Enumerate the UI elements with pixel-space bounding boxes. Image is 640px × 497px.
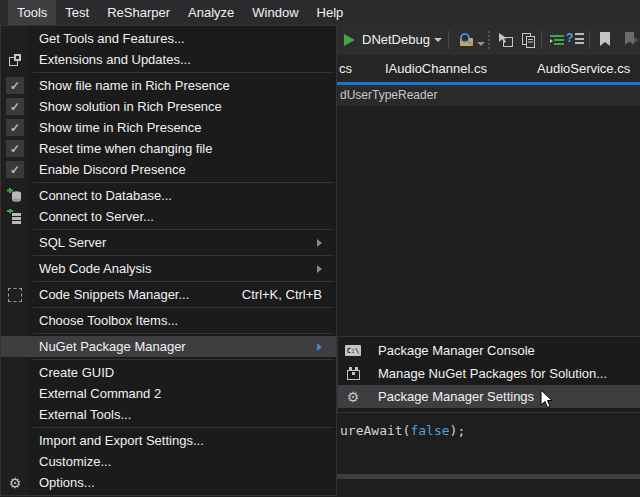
editor-divider [337, 474, 640, 479]
menu-item-show-file-name[interactable]: ✓ Show file name in Rich Presence [1, 75, 336, 96]
run-icon[interactable] [344, 34, 355, 46]
menu-window[interactable]: Window [243, 0, 307, 25]
menu-item-label: External Command 2 [39, 386, 161, 401]
menu-item-label: Show solution in Rich Presence [39, 99, 222, 114]
menu-item-reset-time[interactable]: ✓ Reset time when changing file [1, 138, 336, 159]
menu-item-sql-server[interactable]: SQL Server [1, 232, 336, 253]
question-glyph: ? [566, 32, 573, 44]
submenu-item-package-manager-settings[interactable]: ⚙ Package Manager Settings [338, 385, 640, 408]
submenu-item-manage-nuget-packages[interactable]: Manage NuGet Packages for Solution... [338, 362, 640, 385]
menu-item-label: Package Manager Console [378, 343, 535, 358]
bookmark-next-icon[interactable] [624, 31, 640, 50]
menu-test[interactable]: Test [56, 0, 98, 25]
menu-item-label: Customize... [39, 454, 111, 469]
code-text: ); [450, 423, 466, 438]
menu-item-label: Show file name in Rich Presence [39, 78, 230, 93]
tab-partial[interactable]: cs [339, 55, 352, 82]
menu-resharper[interactable]: ReSharper [98, 0, 179, 25]
menu-analyze[interactable]: Analyze [179, 0, 243, 25]
menu-item-label: Code Snippets Manager... [39, 287, 189, 302]
nuget-submenu: C:\ Package Manager Console Manage NuGet… [337, 336, 640, 413]
code-keyword: false [410, 423, 449, 438]
indent-lines-icon[interactable] [549, 32, 566, 51]
chevron-down-icon[interactable] [477, 42, 485, 46]
console-icon: C:\ [344, 342, 362, 359]
menu-item-extensions-and-updates[interactable]: Extensions and Updates... [1, 49, 336, 70]
menu-tools[interactable]: Tools [8, 0, 56, 25]
menu-item-label: Get Tools and Features... [39, 31, 185, 46]
submenu-arrow-icon [317, 239, 322, 247]
menu-item-create-guid[interactable]: Create GUID [1, 362, 336, 383]
menu-separator [33, 359, 334, 360]
menu-item-label: Extensions and Updates... [39, 52, 191, 67]
menu-item-label: Choose Toolbox Items... [39, 313, 178, 328]
bookmark-icon[interactable] [599, 31, 611, 50]
menu-item-label: Web Code Analysis [39, 261, 152, 276]
find-in-files-icon[interactable] [458, 32, 475, 51]
toolbar-separator [541, 31, 542, 49]
menu-help[interactable]: Help [308, 0, 353, 25]
menu-item-label: Manage NuGet Packages for Solution... [378, 366, 607, 381]
code-text: ureAwait( [340, 423, 410, 438]
server-icon [6, 208, 24, 225]
menu-separator [33, 255, 334, 256]
checkmark-icon: ✓ [6, 119, 24, 136]
mouse-cursor [540, 389, 554, 412]
package-icon [344, 365, 362, 382]
menu-item-label: External Tools... [39, 407, 131, 422]
database-icon [6, 187, 24, 204]
menu-item-enable-discord-presence[interactable]: ✓ Enable Discord Presence [1, 159, 336, 180]
menu-separator [33, 427, 334, 428]
code-line: ureAwait(false); [340, 423, 465, 438]
tools-dropdown-menu: Get Tools and Features... Extensions and… [0, 25, 337, 496]
menu-item-connect-to-database[interactable]: Connect to Database... [1, 185, 336, 206]
menu-item-web-code-analysis[interactable]: Web Code Analysis [1, 258, 336, 279]
copy-lines-icon[interactable] [520, 32, 536, 51]
menu-item-label: Show time in Rich Presence [39, 120, 202, 135]
menu-item-label: Package Manager Settings [378, 389, 534, 404]
chevron-down-icon[interactable] [434, 38, 442, 42]
tab-iaudiochannel[interactable]: IAudioChannel.cs [385, 55, 487, 82]
submenu-arrow-icon [317, 343, 322, 351]
menu-item-show-time[interactable]: ✓ Show time in Rich Presence [1, 117, 336, 138]
menu-item-shortcut: Ctrl+K, Ctrl+B [242, 287, 322, 302]
code-snippets-icon [6, 286, 24, 303]
menu-separator [33, 182, 334, 183]
menu-item-label: Enable Discord Presence [39, 162, 186, 177]
checkmark-icon: ✓ [6, 161, 24, 178]
run-configuration[interactable]: DNetDebug [362, 25, 430, 55]
menu-item-label: SQL Server [39, 235, 106, 250]
visual-studio-window: context, string input, ureAwait(false); … [0, 0, 640, 497]
menu-separator [33, 281, 334, 282]
checkmark-icon: ✓ [6, 98, 24, 115]
menu-item-show-solution[interactable]: ✓ Show solution in Rich Presence [1, 96, 336, 117]
menu-item-label: Connect to Database... [39, 188, 172, 203]
gear-icon: ⚙ [6, 474, 24, 491]
menu-item-label: Import and Export Settings... [39, 433, 204, 448]
menu-item-connect-to-server[interactable]: Connect to Server... [1, 206, 336, 227]
menu-item-external-command-2[interactable]: External Command 2 [1, 383, 336, 404]
toolbar-separator [448, 31, 449, 49]
submenu-arrow-icon [317, 265, 322, 273]
menu-item-nuget-package-manager[interactable]: NuGet Package Manager [1, 336, 336, 357]
member-dropdown[interactable]: dUserTypeReader [340, 85, 437, 106]
toolbar-separator [589, 31, 590, 49]
menu-item-import-and-export-settings[interactable]: Import and Export Settings... [1, 430, 336, 451]
question-lines-icon[interactable]: ? [566, 32, 584, 44]
menu-item-choose-toolbox-items[interactable]: Choose Toolbox Items... [1, 310, 336, 331]
tab-audioservice[interactable]: AudioService.cs [537, 55, 630, 82]
extensions-icon [6, 51, 24, 68]
menu-separator [33, 72, 334, 73]
menu-item-label: Options... [39, 475, 95, 490]
menu-item-code-snippets-manager[interactable]: Code Snippets Manager... Ctrl+K, Ctrl+B [1, 284, 336, 305]
menu-item-label: Create GUID [39, 365, 114, 380]
menu-separator [33, 333, 334, 334]
menu-item-customize[interactable]: Customize... [1, 451, 336, 472]
checkmark-icon: ✓ [6, 140, 24, 157]
menu-item-external-tools[interactable]: External Tools... [1, 404, 336, 425]
submenu-item-package-manager-console[interactable]: C:\ Package Manager Console [338, 339, 640, 362]
menu-item-options[interactable]: ⚙ Options... [1, 472, 336, 493]
navigate-selection-icon[interactable] [498, 32, 514, 51]
menu-item-get-tools-and-features[interactable]: Get Tools and Features... [1, 28, 336, 49]
toolbar-separator [488, 31, 490, 49]
